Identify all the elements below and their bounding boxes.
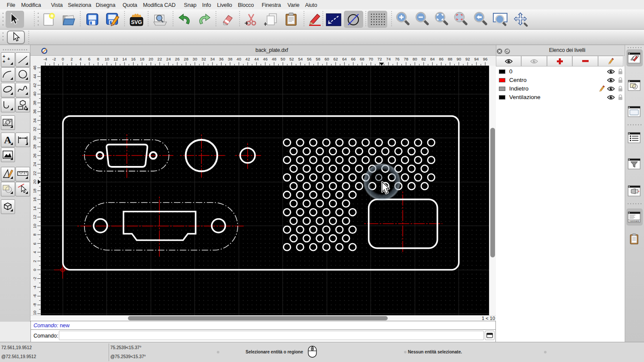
- svg-text:>command: >command: [629, 220, 639, 222]
- svg-text:+: +: [3, 54, 5, 59]
- svg-text:SVG: SVG: [131, 19, 142, 25]
- svg-text:+: +: [7, 56, 10, 61]
- svg-text:+: +: [3, 59, 5, 64]
- svg-text:A: A: [4, 134, 12, 145]
